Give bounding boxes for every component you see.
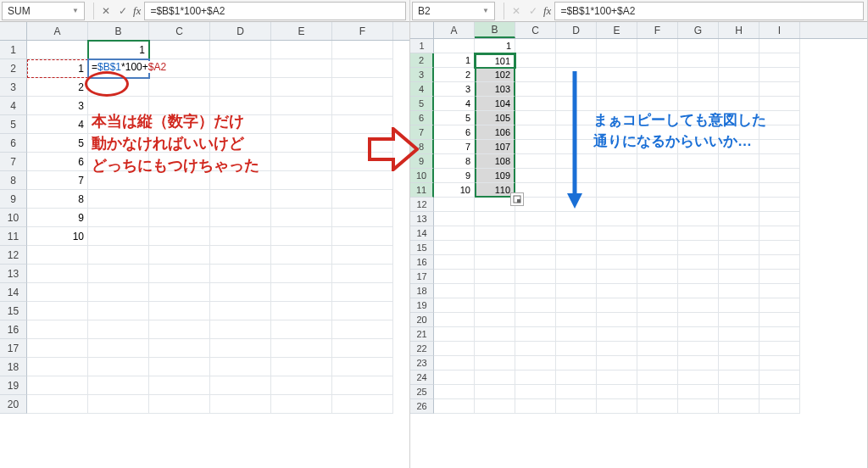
cell[interactable] [475,255,515,270]
cell[interactable] [515,270,556,284]
cell[interactable] [475,356,515,370]
cell[interactable] [332,265,393,283]
cell[interactable] [678,53,719,68]
cell[interactable] [760,183,800,198]
cell[interactable] [515,356,556,370]
row-header[interactable]: 17 [410,270,434,284]
cell[interactable] [515,342,556,356]
cell[interactable] [678,313,719,327]
cell[interactable]: 4 [434,97,475,111]
cell[interactable] [515,385,556,399]
cell[interactable] [556,399,597,414]
cell[interactable]: 1 [434,53,475,68]
cell[interactable] [271,227,332,246]
cell[interactable] [597,385,637,399]
cell[interactable] [88,320,149,339]
cell[interactable] [149,78,210,97]
cell[interactable] [719,154,760,169]
cell[interactable] [475,226,515,241]
row-header[interactable]: 16 [410,255,434,270]
cell[interactable] [210,339,271,358]
row-header[interactable]: 19 [410,298,434,313]
cell[interactable] [678,255,719,270]
cell[interactable] [597,82,637,97]
cell[interactable] [760,154,800,169]
cell[interactable]: 10 [27,227,88,246]
cell[interactable] [760,356,800,370]
column-header[interactable]: A [27,22,88,40]
cell[interactable] [760,82,800,97]
row-header[interactable]: 1 [410,39,434,53]
cell[interactable] [719,198,760,212]
cell[interactable] [719,270,760,284]
cell[interactable] [597,327,637,342]
cell[interactable] [719,226,760,241]
cell[interactable] [597,342,637,356]
row-header[interactable]: 18 [410,284,434,298]
row-header[interactable]: 20 [410,313,434,327]
cell[interactable]: 4 [27,115,88,134]
column-header[interactable]: D [556,22,597,38]
cell[interactable] [637,298,678,313]
cell[interactable] [332,227,393,246]
cell[interactable] [332,339,393,358]
cell[interactable] [475,342,515,356]
cell[interactable] [271,265,332,283]
cell[interactable] [719,82,760,97]
cell[interactable] [434,241,475,255]
cell[interactable] [760,313,800,327]
cell[interactable] [719,399,760,414]
cell[interactable] [678,370,719,385]
cell[interactable]: 5 [27,134,88,153]
cell[interactable] [210,41,271,59]
cell[interactable] [332,97,393,115]
cell[interactable] [434,255,475,270]
cell[interactable] [719,327,760,342]
cell[interactable]: 10 [434,183,475,198]
cell[interactable] [515,169,556,183]
cell[interactable] [332,190,393,209]
cell[interactable] [27,246,88,265]
row-header[interactable]: 11 [410,183,434,198]
cell[interactable] [678,169,719,183]
column-header[interactable]: B [88,22,149,40]
cell[interactable] [434,327,475,342]
cell[interactable] [678,97,719,111]
cell[interactable]: 5 [434,111,475,125]
cell[interactable] [597,284,637,298]
name-box-dropdown-icon[interactable]: ▼ [72,7,79,14]
cell[interactable]: 103 [475,82,515,97]
cell[interactable] [515,399,556,414]
cell[interactable]: 105 [475,111,515,125]
name-box[interactable]: SUM ▼ [2,2,85,20]
cell[interactable] [597,356,637,370]
cell[interactable]: 1 [475,39,515,53]
cell[interactable] [637,97,678,111]
cell[interactable] [678,39,719,53]
cell[interactable] [556,270,597,284]
fx-icon[interactable]: fx [133,4,141,18]
cell[interactable] [434,356,475,370]
cell[interactable] [597,169,637,183]
column-header[interactable]: B [475,22,515,38]
row-header[interactable]: 2 [0,59,27,78]
cell[interactable] [271,190,332,209]
cell[interactable]: 9 [27,209,88,227]
cell[interactable] [434,313,475,327]
row-header[interactable]: 9 [0,190,27,209]
cell[interactable] [597,53,637,68]
cell[interactable] [597,212,637,226]
cell[interactable] [332,171,393,190]
cell[interactable] [637,82,678,97]
cell[interactable] [556,39,597,53]
cell[interactable] [88,283,149,302]
cell[interactable] [332,78,393,97]
cell[interactable] [149,265,210,283]
cell[interactable] [515,241,556,255]
cell[interactable] [149,339,210,358]
cell[interactable] [760,53,800,68]
cell[interactable] [210,395,271,414]
row-header[interactable]: 4 [410,82,434,97]
cell[interactable] [637,183,678,198]
row-header[interactable]: 5 [410,97,434,111]
